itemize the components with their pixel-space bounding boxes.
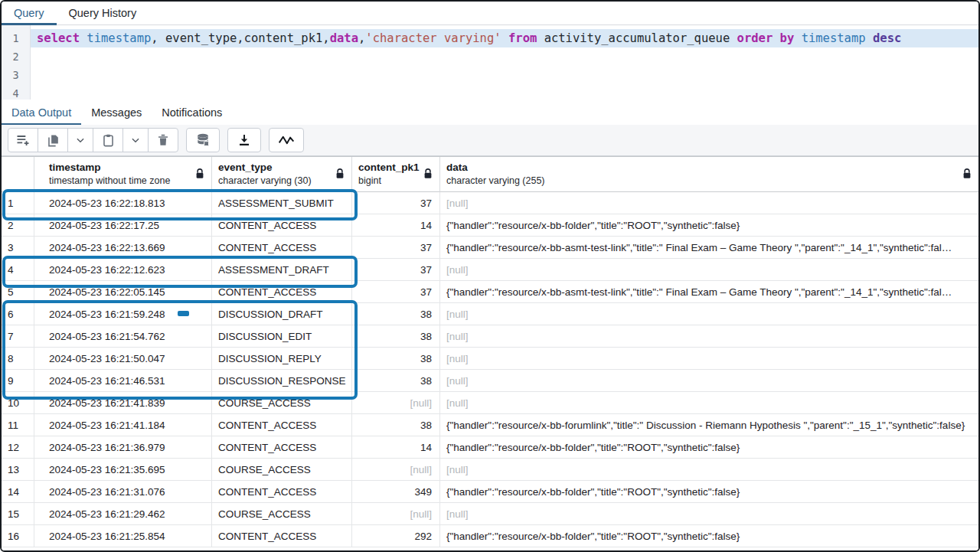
timestamp-cell[interactable]: 2024-05-23 16:22:05.145 (34, 281, 212, 303)
row-number-cell[interactable]: 5 (2, 281, 34, 303)
event-type-cell[interactable]: DISCUSSION_RESPONSE (212, 370, 352, 392)
content-pk1-cell[interactable]: 349 (352, 481, 440, 503)
data-cell[interactable]: [null] (440, 348, 978, 370)
column-header-data[interactable]: data character varying (255) (440, 157, 978, 192)
content-pk1-cell[interactable]: 38 (352, 303, 440, 325)
event-type-cell[interactable]: CONTENT_ACCESS (212, 281, 352, 303)
row-number-cell[interactable]: 6 (2, 303, 34, 325)
event-type-cell[interactable]: CONTENT_ACCESS (212, 436, 352, 459)
content-pk1-cell[interactable]: 37 (352, 192, 440, 214)
content-pk1-cell[interactable]: 38 (352, 325, 440, 348)
tab-data-output[interactable]: Data Output (2, 100, 81, 125)
column-header-event-type[interactable]: event_type character varying (30) (212, 157, 352, 192)
row-number-cell[interactable]: 1 (2, 192, 34, 214)
data-cell[interactable]: [null] (440, 303, 978, 325)
content-pk1-cell[interactable]: 38 (352, 370, 440, 392)
data-cell[interactable]: {"handler":"resource/x-bb-folder","title… (440, 481, 978, 503)
sql-editor[interactable]: 1234 select timestamp, event_type,conten… (2, 25, 978, 100)
sql-line-1[interactable]: select timestamp, event_type,content_pk1… (31, 29, 978, 47)
tab-messages[interactable]: Messages (81, 100, 152, 125)
row-number-cell[interactable]: 2 (2, 214, 34, 237)
data-cell[interactable]: [null] (440, 192, 978, 214)
event-type-cell[interactable]: ASSESSMENT_SUBMIT (212, 192, 352, 214)
data-cell[interactable]: {"handler":"resource/x-bb-folder","title… (440, 214, 978, 237)
data-cell[interactable]: [null] (440, 459, 978, 481)
event-type-cell[interactable]: DISCUSSION_EDIT (212, 325, 352, 348)
timestamp-cell[interactable]: 2024-05-23 16:22:17.25 (34, 214, 212, 237)
content-pk1-cell[interactable]: [null] (352, 459, 440, 481)
content-pk1-cell[interactable]: 14 (352, 214, 440, 237)
tab-query[interactable]: Query (2, 2, 57, 24)
content-pk1-cell[interactable]: 37 (352, 259, 440, 281)
column-header-timestamp[interactable]: timestamp timestamp without time zone (34, 157, 212, 192)
tab-notifications[interactable]: Notifications (152, 100, 232, 125)
sql-line-3[interactable] (31, 66, 978, 84)
timestamp-cell[interactable]: 2024-05-23 16:22:12.623 (34, 259, 212, 281)
row-number-cell[interactable]: 4 (2, 259, 34, 281)
timestamp-cell[interactable]: 2024-05-23 16:21:31.076 (34, 481, 212, 503)
copy-options-button[interactable] (67, 128, 93, 152)
content-pk1-cell[interactable]: 292 (352, 525, 440, 547)
data-cell[interactable]: [null] (440, 325, 978, 348)
data-cell[interactable]: [null] (440, 503, 978, 525)
content-pk1-cell[interactable]: [null] (352, 392, 440, 414)
timestamp-cell[interactable]: 2024-05-23 16:22:13.669 (34, 237, 212, 259)
content-pk1-cell[interactable]: 14 (352, 436, 440, 459)
event-type-cell[interactable]: COURSE_ACCESS (212, 459, 352, 481)
event-type-cell[interactable]: CONTENT_ACCESS (212, 414, 352, 436)
row-number-cell[interactable]: 8 (2, 348, 34, 370)
row-number-cell[interactable]: 3 (2, 237, 34, 259)
timestamp-cell[interactable]: 2024-05-23 16:21:41.184 (34, 414, 212, 436)
data-cell[interactable]: [null] (440, 370, 978, 392)
timestamp-cell[interactable]: 2024-05-23 16:21:59.248 (34, 303, 212, 325)
content-pk1-cell[interactable]: 38 (352, 348, 440, 370)
event-type-cell[interactable]: DISCUSSION_DRAFT (212, 303, 352, 325)
save-results-to-file-button[interactable] (227, 128, 261, 152)
tab-query-history[interactable]: Query History (57, 2, 149, 24)
timestamp-cell[interactable]: 2024-05-23 16:21:50.047 (34, 348, 212, 370)
row-number-cell[interactable]: 14 (2, 481, 34, 503)
row-number-cell[interactable]: 7 (2, 325, 34, 348)
paste-options-button[interactable] (122, 128, 149, 152)
data-cell[interactable]: {"handler":"resource/x-bb-asmt-test-link… (440, 281, 978, 303)
row-number-cell[interactable]: 9 (2, 370, 34, 392)
delete-row-button[interactable] (148, 128, 178, 152)
data-cell[interactable]: [null] (440, 392, 978, 414)
sql-line-2[interactable] (31, 47, 978, 66)
add-row-button[interactable] (8, 128, 38, 152)
event-type-cell[interactable]: CONTENT_ACCESS (212, 525, 352, 547)
timestamp-cell[interactable]: 2024-05-23 16:21:54.762 (34, 325, 212, 348)
timestamp-cell[interactable]: 2024-05-23 16:21:36.979 (34, 436, 212, 459)
column-header-content-pk1[interactable]: content_pk1 bigint (352, 157, 440, 192)
data-cell[interactable]: {"handler":"resource/x-bb-forumlink","ti… (440, 414, 978, 436)
copy-button[interactable] (38, 128, 68, 152)
graph-visualiser-button[interactable] (269, 128, 304, 152)
timestamp-cell[interactable]: 2024-05-23 16:21:35.695 (34, 459, 212, 481)
event-type-cell[interactable]: CONTENT_ACCESS (212, 214, 352, 237)
save-data-changes-button[interactable] (186, 128, 220, 152)
timestamp-cell[interactable]: 2024-05-23 16:21:41.839 (34, 392, 212, 414)
row-number-cell[interactable]: 15 (2, 503, 34, 525)
row-number-cell[interactable]: 13 (2, 459, 34, 481)
row-number-cell[interactable]: 10 (2, 392, 34, 414)
event-type-cell[interactable]: COURSE_ACCESS (212, 392, 352, 414)
event-type-cell[interactable]: DISCUSSION_REPLY (212, 348, 352, 370)
editor-code-area[interactable]: select timestamp, event_type,content_pk1… (31, 25, 978, 100)
data-cell[interactable]: {"handler":"resource/x-bb-folder","title… (440, 525, 978, 547)
content-pk1-cell[interactable]: 37 (352, 281, 440, 303)
timestamp-cell[interactable]: 2024-05-23 16:21:46.531 (34, 370, 212, 392)
row-number-header[interactable] (2, 157, 34, 192)
row-number-cell[interactable]: 11 (2, 414, 34, 436)
timestamp-cell[interactable]: 2024-05-23 16:22:18.813 (34, 192, 212, 214)
event-type-cell[interactable]: CONTENT_ACCESS (212, 237, 352, 259)
paste-button[interactable] (93, 128, 123, 152)
row-number-cell[interactable]: 12 (2, 436, 34, 459)
timestamp-cell[interactable]: 2024-05-23 16:21:29.462 (34, 503, 212, 525)
data-cell[interactable]: [null] (440, 259, 978, 281)
content-pk1-cell[interactable]: [null] (352, 503, 440, 525)
content-pk1-cell[interactable]: 37 (352, 237, 440, 259)
content-pk1-cell[interactable]: 38 (352, 414, 440, 436)
timestamp-cell[interactable]: 2024-05-23 16:21:25.854 (34, 525, 212, 547)
data-cell[interactable]: {"handler":"resource/x-bb-folder","title… (440, 436, 978, 459)
event-type-cell[interactable]: CONTENT_ACCESS (212, 481, 352, 503)
